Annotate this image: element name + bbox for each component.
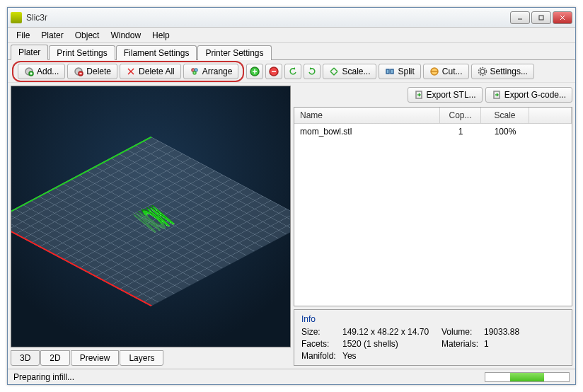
window-controls	[510, 11, 572, 24]
main-tabs: Plater Print Settings Filament Settings …	[8, 43, 575, 60]
toolbar: Add... Delete Delete All Arrange Scale..…	[8, 60, 575, 83]
menu-file[interactable]: File	[11, 29, 35, 42]
export-gcode-label: Export G-code...	[504, 90, 566, 100]
progress-bar-fill	[510, 373, 543, 381]
col-pad	[529, 108, 572, 123]
add-icon	[24, 67, 34, 76]
list-item[interactable]: mom_bowl.stl 1 100%	[294, 124, 572, 139]
app-window: Slic3r File Plater Object Window Help Pl…	[7, 7, 576, 385]
split-icon	[385, 67, 395, 76]
delete-icon	[74, 67, 83, 76]
menu-help[interactable]: Help	[146, 29, 175, 42]
scale-label: Scale...	[342, 67, 370, 76]
right-pane: Export STL... Export G-code... Name Cop.…	[294, 86, 572, 366]
left-pane: MOM 3D 2D Preview Layers	[11, 86, 291, 366]
svg-rect-22	[391, 69, 393, 74]
delete-all-button[interactable]: Delete All	[120, 64, 181, 79]
minus-icon	[269, 67, 279, 76]
export-stl-label: Export STL...	[427, 90, 476, 100]
tab-print-settings[interactable]: Print Settings	[49, 45, 115, 60]
materials-label: Materials:	[441, 339, 484, 349]
cut-button[interactable]: Cut...	[423, 64, 469, 79]
x-axis-icon	[11, 221, 152, 306]
menu-object[interactable]: Object	[69, 29, 105, 42]
rotate-ccw-icon	[288, 67, 298, 76]
svg-point-25	[480, 69, 485, 74]
window-title: Slic3r	[26, 13, 510, 23]
tab-plater[interactable]: Plater	[11, 45, 48, 60]
export-stl-button[interactable]: Export STL...	[408, 87, 483, 103]
delete-button[interactable]: Delete	[67, 64, 117, 79]
row-copies: 1	[440, 125, 481, 138]
viewtab-preview[interactable]: Preview	[71, 350, 120, 366]
y-axis-icon	[11, 137, 152, 222]
volume-label: Volume:	[441, 327, 484, 337]
add-button[interactable]: Add...	[18, 64, 65, 79]
info-grid: Size: 149.12 x 48.22 x 14.70 Volume: 190…	[301, 327, 565, 361]
settings-button[interactable]: Settings...	[471, 64, 534, 79]
delete-all-label: Delete All	[139, 67, 175, 76]
statusbar: Preparing infill...	[8, 369, 575, 384]
3d-viewport[interactable]: MOM	[11, 86, 291, 347]
split-button[interactable]: Split	[379, 64, 420, 79]
viewtab-3d[interactable]: 3D	[11, 350, 40, 366]
content-area: MOM 3D 2D Preview Layers Export STL... E…	[8, 83, 575, 369]
scale-icon	[329, 67, 339, 76]
viewtab-2d[interactable]: 2D	[40, 350, 69, 366]
volume-value: 19033.88	[484, 327, 533, 337]
rotate-cw-button[interactable]	[304, 64, 321, 79]
app-logo-icon	[11, 12, 22, 23]
export-gcode-button[interactable]: Export G-code...	[485, 87, 572, 103]
export-bar: Export STL... Export G-code...	[294, 86, 572, 104]
settings-label: Settings...	[490, 67, 528, 76]
highlighted-group: Add... Delete Delete All Arrange	[12, 61, 244, 82]
gear-icon	[478, 67, 487, 76]
materials-value: 1	[484, 339, 533, 349]
menu-window[interactable]: Window	[105, 29, 146, 42]
col-copies-header[interactable]: Cop...	[440, 108, 481, 123]
col-scale-header[interactable]: Scale	[481, 108, 529, 123]
arrange-label: Arrange	[202, 67, 233, 76]
cut-icon	[429, 67, 439, 76]
rotate-ccw-button[interactable]	[284, 64, 301, 79]
info-title: Info	[301, 314, 565, 324]
scale-button[interactable]: Scale...	[323, 64, 376, 79]
maximize-button[interactable]	[531, 11, 551, 24]
facets-label: Facets:	[301, 339, 342, 349]
col-name-header[interactable]: Name	[294, 108, 440, 123]
facets-value: 1520 (1 shells)	[342, 339, 441, 349]
delete-all-icon	[126, 67, 136, 76]
tab-printer-settings[interactable]: Printer Settings	[197, 45, 271, 60]
tab-filament-settings[interactable]: Filament Settings	[116, 45, 197, 60]
delete-label: Delete	[86, 67, 111, 76]
add-label: Add...	[37, 67, 59, 76]
manifold-value: Yes	[342, 351, 441, 361]
status-text: Preparing infill...	[13, 372, 485, 382]
size-value: 149.12 x 48.22 x 14.70	[342, 327, 441, 337]
close-button[interactable]	[553, 11, 572, 24]
menubar: File Plater Object Window Help	[8, 28, 575, 43]
menu-plater[interactable]: Plater	[35, 29, 69, 42]
model-preview: MOM	[126, 201, 182, 239]
decrease-copies-button[interactable]	[265, 64, 282, 79]
titlebar: Slic3r	[8, 8, 575, 28]
export-gcode-icon	[492, 90, 502, 100]
arrange-icon	[190, 67, 200, 76]
list-header: Name Cop... Scale	[294, 108, 572, 124]
viewtab-layers[interactable]: Layers	[120, 350, 163, 366]
svg-point-26	[478, 67, 486, 75]
arrange-button[interactable]: Arrange	[183, 64, 239, 79]
manifold-label: Manifold:	[301, 351, 342, 361]
svg-rect-1	[539, 16, 543, 20]
size-label: Size:	[301, 327, 342, 337]
view-tabs: 3D 2D Preview Layers	[11, 349, 291, 366]
increase-copies-button[interactable]	[246, 64, 263, 79]
plus-icon	[250, 67, 260, 76]
split-label: Split	[398, 67, 414, 76]
object-list: Name Cop... Scale mom_bowl.stl 1 100%	[294, 107, 572, 306]
progress-bar-track	[485, 372, 570, 382]
svg-rect-21	[386, 69, 389, 74]
export-stl-icon	[414, 90, 424, 100]
row-name: mom_bowl.stl	[294, 125, 440, 138]
minimize-button[interactable]	[510, 11, 530, 24]
